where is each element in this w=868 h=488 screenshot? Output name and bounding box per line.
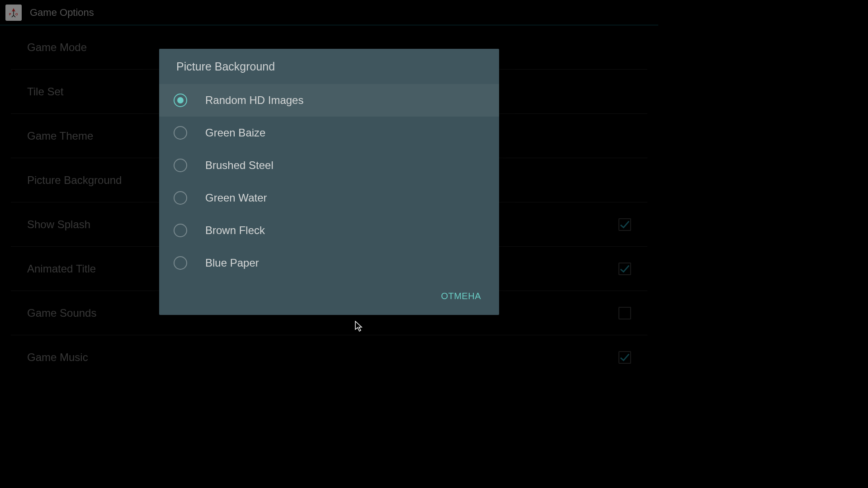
dialog-actions: ОТМЕНА bbox=[159, 279, 499, 315]
radio-label: Green Water bbox=[205, 192, 267, 204]
cancel-button[interactable]: ОТМЕНА bbox=[439, 287, 483, 305]
radio-random-hd-images[interactable]: Random HD Images bbox=[159, 84, 499, 117]
radio-icon bbox=[174, 224, 187, 237]
radio-icon bbox=[174, 159, 187, 172]
radio-label: Brown Fleck bbox=[205, 224, 265, 237]
radio-green-water[interactable]: Green Water bbox=[159, 182, 499, 214]
radio-label: Green Baize bbox=[205, 127, 265, 139]
radio-label: Brushed Steel bbox=[205, 159, 274, 172]
dialog-title: Picture Background bbox=[159, 49, 499, 84]
radio-brown-fleck[interactable]: Brown Fleck bbox=[159, 214, 499, 247]
radio-label: Blue Paper bbox=[205, 257, 259, 269]
radio-icon bbox=[174, 191, 187, 205]
radio-icon bbox=[174, 256, 187, 270]
radio-icon bbox=[174, 126, 187, 140]
radio-blue-paper[interactable]: Blue Paper bbox=[159, 247, 499, 279]
dialog-overlay[interactable]: Picture Background Random HD Images Gree… bbox=[0, 0, 658, 369]
radio-brushed-steel[interactable]: Brushed Steel bbox=[159, 149, 499, 182]
radio-icon bbox=[174, 94, 187, 107]
picture-background-dialog: Picture Background Random HD Images Gree… bbox=[159, 49, 499, 315]
radio-green-baize[interactable]: Green Baize bbox=[159, 117, 499, 149]
radio-list: Random HD Images Green Baize Brushed Ste… bbox=[159, 84, 499, 279]
radio-label: Random HD Images bbox=[205, 94, 303, 107]
